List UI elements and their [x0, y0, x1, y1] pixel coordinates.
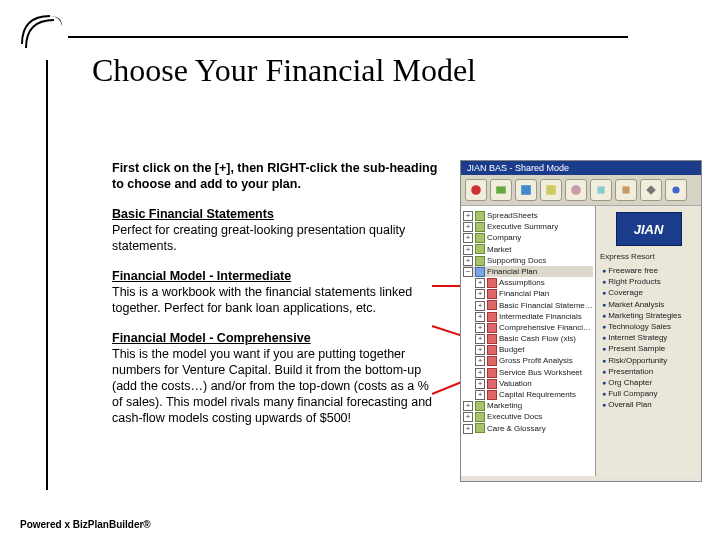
vertical-rule [46, 60, 48, 490]
toolbar-button[interactable] [565, 179, 587, 201]
tree-item[interactable]: +Company [463, 232, 593, 243]
list-item: Full Company [602, 388, 695, 399]
svg-rect-5 [622, 186, 629, 193]
right-list: Freeware freeRight ProductsCoverageMarke… [596, 263, 701, 412]
toolbar-button[interactable] [640, 179, 662, 201]
tree-item[interactable]: +Basic Financial Statements [463, 300, 593, 311]
list-item: Org Chapter [602, 377, 695, 388]
slide-title: Choose Your Financial Model [92, 52, 476, 89]
toolbar-button[interactable] [490, 179, 512, 201]
section-3: Financial Model - ComprehensiveThis is t… [112, 330, 442, 426]
svg-point-0 [471, 185, 481, 195]
list-item: Internet Strategy [602, 332, 695, 343]
right-panel: JIAN Express Resort Freeware freeRight P… [596, 206, 701, 476]
toolbar-button[interactable] [615, 179, 637, 201]
tree-panel[interactable]: +SpreadSheets+Executive Summary+Company+… [461, 206, 596, 476]
svg-point-3 [571, 185, 581, 195]
tree-item[interactable]: +Assumptions [463, 277, 593, 288]
jian-logo: JIAN [616, 212, 682, 246]
list-item: Market Analysis [602, 299, 695, 310]
toolbar-button[interactable] [665, 179, 687, 201]
list-item: Presentation [602, 366, 695, 377]
footer-text: Powered x BizPlanBuilder® [20, 519, 151, 530]
tree-item[interactable]: +Care & Glossary [463, 423, 593, 434]
list-item: Right Products [602, 276, 695, 287]
tree-item[interactable]: +Valuation [463, 378, 593, 389]
list-item: Freeware free [602, 265, 695, 276]
tree-item[interactable]: +Executive Summary [463, 221, 593, 232]
toolbar-button[interactable] [515, 179, 537, 201]
list-item: Technology Sales [602, 321, 695, 332]
tree-item[interactable]: +Executive Docs [463, 411, 593, 422]
tree-item[interactable]: +Marketing [463, 400, 593, 411]
toolbar-button[interactable] [590, 179, 612, 201]
tree-header[interactable]: −Financial Plan [463, 266, 593, 277]
tree-item[interactable]: +Market [463, 244, 593, 255]
tree-item[interactable]: +Intermediate Financials [463, 311, 593, 322]
tree-item[interactable]: +Financial Plan [463, 288, 593, 299]
tree-item[interactable]: +Gross Profit Analysis [463, 355, 593, 366]
svg-rect-2 [521, 185, 531, 195]
svg-rect-4 [597, 186, 604, 193]
toolbar-button[interactable] [540, 179, 562, 201]
svg-rect-1 [496, 186, 506, 193]
list-item: Coverage [602, 287, 695, 298]
toolbar-button[interactable] [465, 179, 487, 201]
list-item: Overall Plan [602, 399, 695, 410]
right-label: Express Resort [596, 250, 701, 263]
svg-point-6 [672, 186, 679, 193]
tree-item[interactable]: +Basic Cash Flow (xls) [463, 333, 593, 344]
list-item: Risk/Opportunity [602, 355, 695, 366]
tree-item[interactable]: +Budget [463, 344, 593, 355]
tree-item[interactable]: +Service Bus Worksheet [463, 367, 593, 378]
intro-text: First click on the [+], then RIGHT-click… [112, 160, 442, 192]
section-1: Basic Financial StatementsPerfect for cr… [112, 206, 442, 254]
corner-ornament-icon [20, 14, 64, 58]
tree-item[interactable]: +Supporting Docs [463, 255, 593, 266]
horizontal-rule [68, 36, 628, 38]
app-screenshot: JIAN BAS - Shared Mode +SpreadSheets+Exe… [460, 160, 702, 482]
toolbar [461, 175, 701, 206]
section-2: Financial Model - IntermediateThis is a … [112, 268, 442, 316]
window-title: JIAN BAS - Shared Mode [461, 161, 701, 175]
list-item: Present Sample [602, 343, 695, 354]
body-text: First click on the [+], then RIGHT-click… [112, 160, 442, 440]
list-item: Marketing Strategies [602, 310, 695, 321]
tree-item[interactable]: +SpreadSheets [463, 210, 593, 221]
tree-item[interactable]: +Comprehensive Financials [463, 322, 593, 333]
tree-item[interactable]: +Capital Requirements [463, 389, 593, 400]
